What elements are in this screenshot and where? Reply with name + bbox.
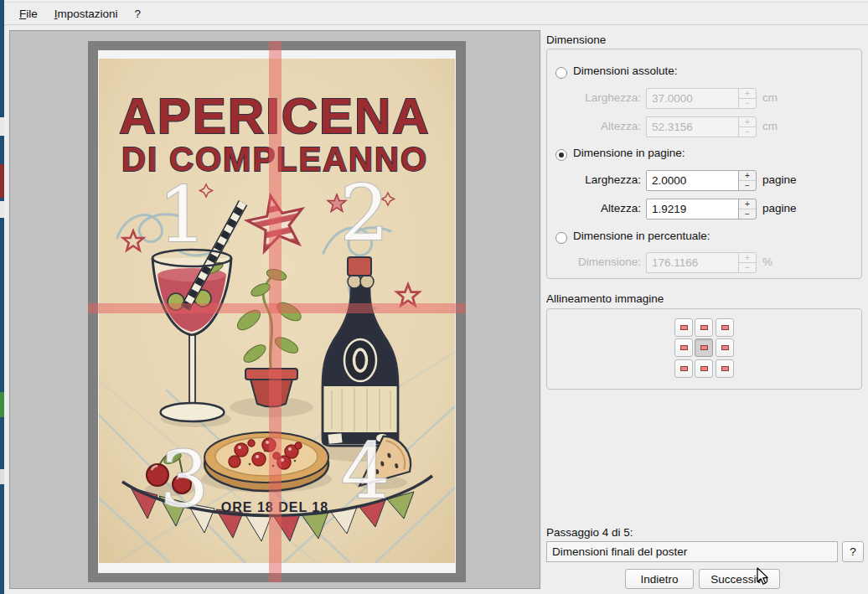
- page-number-1: 1: [158, 170, 208, 260]
- alignment-button-bottom-center[interactable]: [695, 359, 713, 378]
- spinner-down-icon: −: [739, 99, 756, 108]
- height-pages-label: Altezza:: [553, 202, 641, 214]
- alignment-button-middle-right[interactable]: [716, 338, 734, 357]
- height-pages-field[interactable]: 1.9219: [646, 199, 739, 220]
- spinner-up-icon: +: [739, 89, 756, 99]
- menu-impostazioni[interactable]: Impostazioni: [46, 5, 127, 23]
- alignment-group-title: Allineamento immagine: [546, 292, 664, 305]
- menu-bar: File Impostazioni ?: [4, 2, 868, 25]
- page-number-2: 2: [340, 168, 390, 258]
- percent-unit: %: [762, 256, 772, 268]
- radio-size-in-percent[interactable]: [555, 232, 567, 244]
- percent-label: Dimensione:: [553, 256, 641, 268]
- back-button[interactable]: Indietro: [625, 569, 694, 589]
- page-number-3: 3: [160, 435, 209, 524]
- alignment-mark-icon: [700, 366, 708, 371]
- alignment-button-center[interactable]: [695, 338, 713, 357]
- width-pages-label: Larghezza:: [553, 173, 641, 186]
- menu-file[interactable]: File: [11, 5, 46, 23]
- spinner-down-icon: −: [739, 127, 756, 137]
- spinner-up-icon[interactable]: +: [739, 171, 756, 181]
- alignment-button-top-right[interactable]: [716, 318, 734, 337]
- alignment-button-bottom-right[interactable]: [716, 359, 734, 378]
- menu-help[interactable]: ?: [127, 5, 150, 23]
- spinner-up-icon: +: [739, 253, 756, 263]
- mouse-cursor: [757, 567, 770, 586]
- background-window-edge: [0, 0, 4, 594]
- width-cm-field: 37.0000: [646, 88, 739, 109]
- width-pages-unit: pagine: [762, 173, 797, 186]
- spinner-down-icon: −: [739, 263, 756, 272]
- wizard-step-label: Passaggio 4 di 5:: [546, 526, 633, 539]
- width-cm-label: Larghezza:: [553, 91, 641, 104]
- alignment-button-top-left[interactable]: [674, 318, 693, 337]
- help-button[interactable]: ?: [842, 541, 864, 562]
- height-cm-label: Altezza:: [553, 120, 641, 132]
- height-cm-unit: cm: [762, 120, 778, 132]
- radio-size-in-pages[interactable]: [555, 149, 567, 161]
- background-window-fragment: [0, 469, 4, 484]
- alignment-mark-icon: [721, 325, 729, 330]
- pizza: [204, 432, 328, 491]
- percent-field: 176.1166: [646, 252, 739, 273]
- alignment-button-top-center[interactable]: [695, 318, 713, 337]
- size-group-title: Dimensione: [546, 34, 606, 46]
- wizard-step-title: Dimensioni finali del poster: [546, 541, 838, 562]
- size-group-box: [546, 49, 862, 279]
- width-pages-field[interactable]: 2.0000: [646, 170, 739, 191]
- spinner-down-icon[interactable]: −: [739, 181, 756, 190]
- background-window-fragment: [0, 201, 4, 218]
- alignment-mark-icon: [721, 345, 729, 350]
- background-window-fragment: [0, 164, 4, 198]
- poster-preview-area: APERICENA DI COMPLEANNO: [9, 30, 540, 589]
- width-cm-spinner: + −: [738, 88, 757, 109]
- height-cm-field: 52.3156: [646, 116, 739, 137]
- alignment-button-middle-left[interactable]: [674, 338, 693, 357]
- spinner-up-icon: +: [739, 117, 756, 127]
- height-pages-spinner[interactable]: + −: [738, 199, 757, 220]
- alignment-mark-icon: [700, 345, 708, 350]
- width-pages-spinner[interactable]: + −: [738, 170, 757, 191]
- page-split-horizontal-line: [88, 303, 466, 313]
- height-pages-unit: pagine: [762, 202, 797, 214]
- spinner-down-icon[interactable]: −: [739, 209, 756, 219]
- height-cm-spinner: + −: [738, 116, 757, 137]
- alignment-mark-icon: [680, 325, 688, 330]
- alignment-mark-icon: [721, 366, 729, 371]
- radio-absolute-dimensions-label: Dimensioni assolute:: [573, 65, 678, 77]
- percent-spinner: + −: [738, 252, 757, 273]
- alignment-mark-icon: [700, 325, 708, 330]
- page-number-4: 4: [341, 426, 390, 516]
- radio-size-in-percent-label: Dimensione in percentuale:: [573, 230, 710, 242]
- radio-size-in-pages-label: Dimensione in pagine:: [573, 147, 685, 159]
- background-window-fragment: [0, 392, 4, 417]
- width-cm-unit: cm: [762, 91, 778, 104]
- background-window-fragment: [0, 117, 4, 136]
- radio-absolute-dimensions[interactable]: [555, 67, 567, 79]
- spinner-up-icon[interactable]: +: [739, 199, 756, 209]
- alignment-mark-icon: [680, 366, 688, 371]
- alignment-button-bottom-left[interactable]: [674, 359, 693, 378]
- alignment-mark-icon: [680, 345, 688, 350]
